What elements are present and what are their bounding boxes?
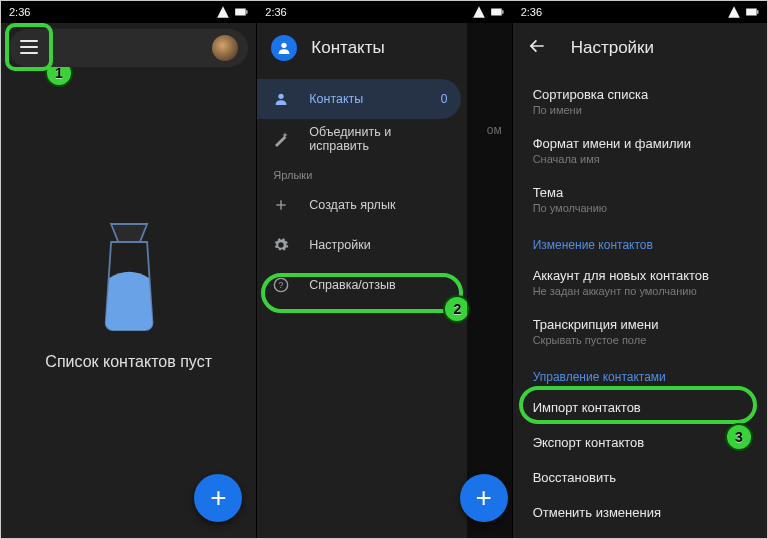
empty-state: Список контактов пуст [14, 223, 244, 371]
svg-text:?: ? [279, 280, 284, 290]
step-badge-3: 3 [725, 423, 753, 451]
wand-icon [273, 131, 289, 147]
empty-text: Список контактов пуст [14, 353, 244, 371]
status-icons [472, 5, 504, 19]
nav-drawer: Контакты 0 Объединить и исправить Ярлыки… [257, 75, 467, 539]
contacts-app-icon [271, 35, 297, 61]
settings-title: Настройки [571, 38, 654, 58]
drawer-item-help[interactable]: ? Справка/отзыв [257, 265, 467, 305]
drawer-item-label: Создать ярлык [309, 198, 395, 212]
setting-blocked[interactable]: Заблокированные номера [513, 530, 767, 539]
section-manage-contacts: Управление контактами [513, 356, 767, 390]
drawer-item-contacts[interactable]: Контакты 0 [257, 79, 461, 119]
avatar[interactable] [212, 35, 238, 61]
person-icon [273, 91, 289, 107]
drawer-section-labels: Ярлыки [257, 159, 467, 185]
add-contact-fab[interactable]: + [194, 474, 242, 522]
drawer-item-label: Справка/отзыв [309, 278, 395, 292]
screen-1-contacts-empty: 2:36 1 Список контактов пуст + [1, 1, 256, 539]
help-icon: ? [273, 277, 289, 293]
svg-point-0 [282, 43, 287, 48]
svg-point-1 [279, 94, 284, 99]
settings-header: Настройки [513, 23, 767, 73]
setting-undo[interactable]: Отменить изменения [513, 495, 767, 530]
setting-import[interactable]: Импорт контактов [513, 390, 767, 425]
drawer-item-merge[interactable]: Объединить и исправить [257, 119, 467, 159]
background-fragment: ом [487, 123, 502, 137]
setting-theme[interactable]: Тема По умолчанию [513, 175, 767, 224]
gear-icon [273, 237, 289, 253]
plus-icon [273, 197, 289, 213]
add-contact-fab[interactable]: + [460, 474, 508, 522]
drawer-item-settings[interactable]: Настройки [257, 225, 467, 265]
drawer-item-create-label[interactable]: Создать ярлык [257, 185, 467, 225]
status-time: 2:36 [521, 6, 542, 18]
drawer-title: Контакты [311, 38, 384, 58]
status-bar: 2:36 [257, 1, 511, 23]
setting-sort[interactable]: Сортировка списка По имени [513, 77, 767, 126]
settings-list: Сортировка списка По имени Формат имени … [513, 77, 767, 539]
status-bar: 2:36 [513, 1, 767, 23]
status-icons [216, 5, 248, 19]
contacts-count: 0 [441, 92, 448, 106]
empty-illustration [84, 223, 174, 333]
drawer-item-label: Контакты [309, 92, 363, 106]
setting-default-account[interactable]: Аккаунт для новых контактов Не задан акк… [513, 258, 767, 307]
status-icons [727, 5, 759, 19]
drawer-scrim[interactable]: ом + [467, 23, 511, 539]
section-edit-contacts: Изменение контактов [513, 224, 767, 258]
screen-2-drawer: 2:36 Контакты Контакты 0 Объединить и ис… [256, 1, 511, 539]
setting-name-format[interactable]: Формат имени и фамилии Сначала имя [513, 126, 767, 175]
status-time: 2:36 [9, 6, 30, 18]
status-time: 2:36 [265, 6, 286, 18]
drawer-item-label: Объединить и исправить [309, 125, 451, 153]
setting-phonetic[interactable]: Транскрипция имени Скрывать пустое поле [513, 307, 767, 356]
setting-restore[interactable]: Восстановить [513, 460, 767, 495]
drawer-item-label: Настройки [309, 238, 370, 252]
status-bar: 2:36 [1, 1, 256, 23]
step-1-highlight [5, 23, 53, 71]
screen-3-settings: 2:36 Настройки Сортировка списка По имен… [512, 1, 767, 539]
hamburger-icon[interactable] [20, 40, 38, 54]
back-icon[interactable] [527, 36, 547, 60]
